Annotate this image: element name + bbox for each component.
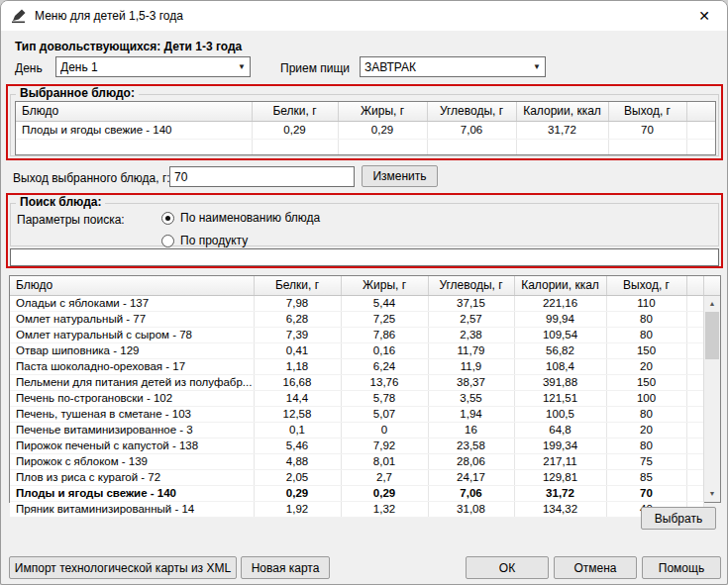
dish-value-cell[interactable]: 24,17 xyxy=(428,469,514,485)
dish-value-cell[interactable]: 7,98 xyxy=(254,295,341,311)
dish-value-cell[interactable] xyxy=(427,139,516,155)
radio-by-dish-name[interactable]: По наименованию блюда xyxy=(161,211,320,225)
dish-value-cell[interactable]: 64,8 xyxy=(514,422,606,438)
dish-value-cell[interactable]: 23,58 xyxy=(428,438,514,453)
dish-row[interactable]: Пирожок с яблоком - 1394,888,0128,06217,… xyxy=(10,453,703,469)
dish-value-cell[interactable]: 14,4 xyxy=(254,390,341,406)
dish-row[interactable]: Плоды и ягоды свежие - 1400,290,297,0631… xyxy=(16,121,715,139)
dish-value-cell[interactable]: 7,25 xyxy=(341,311,428,327)
dishes-table[interactable]: БлюдоБелки, гЖиры, гУглеводы, гКалории, … xyxy=(10,276,704,518)
help-button[interactable]: Помощь xyxy=(642,556,721,579)
dish-name-cell[interactable]: Пирожок с яблоком - 139 xyxy=(10,453,254,469)
dish-name-cell[interactable]: Оладьи с яблоками - 137 xyxy=(10,295,254,311)
dish-value-cell[interactable]: 2,05 xyxy=(254,469,341,485)
dish-name-cell[interactable]: Омлет натуральный с сыром - 78 xyxy=(10,327,254,342)
close-button[interactable]: ✕ xyxy=(687,3,721,29)
dish-value-cell[interactable]: 5,78 xyxy=(341,390,428,406)
dish-row[interactable]: Омлет натуральный с сыром - 787,397,862,… xyxy=(10,327,703,342)
dish-value-cell[interactable] xyxy=(686,374,703,390)
dish-value-cell[interactable] xyxy=(686,453,703,469)
column-header-filler[interactable] xyxy=(686,102,715,121)
dish-value-cell[interactable]: 80 xyxy=(606,327,686,342)
dish-value-cell[interactable]: 1,92 xyxy=(254,501,341,517)
dish-value-cell[interactable] xyxy=(686,311,703,327)
scrollbar-thumb[interactable] xyxy=(705,312,719,359)
dish-value-cell[interactable]: 8,01 xyxy=(341,453,428,469)
dish-value-cell[interactable]: 20 xyxy=(606,422,686,438)
new-card-button[interactable]: Новая карта xyxy=(241,556,330,579)
dish-name-cell[interactable]: Паста шоколадно-ореховая - 17 xyxy=(10,358,254,374)
dish-value-cell[interactable]: 0,29 xyxy=(254,485,341,501)
radio-by-product[interactable]: По продукту xyxy=(161,234,248,247)
dish-value-cell[interactable]: 11,79 xyxy=(428,342,514,358)
dish-value-cell[interactable]: 70 xyxy=(608,121,686,139)
dish-value-cell[interactable]: 31,08 xyxy=(428,501,514,517)
dish-value-cell[interactable]: 7,06 xyxy=(427,121,516,139)
dish-value-cell[interactable]: 4,88 xyxy=(254,453,341,469)
empty-row[interactable] xyxy=(16,139,715,155)
dish-value-cell[interactable]: 0,16 xyxy=(341,342,428,358)
dish-value-cell[interactable]: 5,44 xyxy=(341,295,428,311)
dish-value-cell[interactable]: 37,15 xyxy=(428,295,514,311)
dish-value-cell[interactable]: 56,82 xyxy=(514,342,606,358)
dish-name-cell[interactable]: Омлет натуральный - 77 xyxy=(10,311,254,327)
dish-value-cell[interactable]: 7,86 xyxy=(341,327,428,342)
dish-value-cell[interactable]: 7,39 xyxy=(254,327,341,342)
dish-name-cell[interactable]: Пельмени для питания детей из полуфабр..… xyxy=(10,374,254,390)
dish-value-cell[interactable]: 199,34 xyxy=(514,438,606,453)
dish-value-cell[interactable]: 20 xyxy=(606,358,686,374)
dish-value-cell[interactable]: 150 xyxy=(606,342,686,358)
dish-value-cell[interactable]: 2,38 xyxy=(428,327,514,342)
dish-row[interactable]: Пряник витаминизированный - 141,921,3231… xyxy=(10,501,703,517)
day-select[interactable]: День 1 ▼ xyxy=(55,56,251,77)
dish-value-cell[interactable]: 6,28 xyxy=(254,311,341,327)
dish-row[interactable]: Отвар шиповника - 1290,410,1611,7956,821… xyxy=(10,342,703,358)
column-header[interactable]: Жиры, г xyxy=(338,102,427,121)
dish-value-cell[interactable]: 12,58 xyxy=(254,406,341,422)
dish-value-cell[interactable]: 0,29 xyxy=(341,485,428,501)
dish-value-cell[interactable] xyxy=(686,485,703,501)
dish-value-cell[interactable]: 0,29 xyxy=(252,121,338,139)
dish-value-cell[interactable]: 80 xyxy=(606,438,686,453)
dish-value-cell[interactable]: 150 xyxy=(606,374,686,390)
dish-value-cell[interactable] xyxy=(686,469,703,485)
dish-row[interactable]: Печень, тушеная в сметане - 10312,585,07… xyxy=(10,406,703,422)
dish-value-cell[interactable]: 28,06 xyxy=(428,453,514,469)
dish-value-cell[interactable]: 2,57 xyxy=(428,311,514,327)
dish-value-cell[interactable]: 31,72 xyxy=(514,485,606,501)
dish-value-cell[interactable] xyxy=(686,438,703,453)
dish-value-cell[interactable]: 5,46 xyxy=(254,438,341,453)
dish-value-cell[interactable] xyxy=(338,139,427,155)
dish-value-cell[interactable]: 110 xyxy=(606,295,686,311)
dish-value-cell[interactable]: 108,4 xyxy=(514,358,606,374)
column-header[interactable]: Блюдо xyxy=(10,276,254,295)
column-header[interactable]: Калории, ккал xyxy=(516,102,608,121)
import-xml-button[interactable]: Импорт технологической карты из XML xyxy=(9,556,237,579)
dish-value-cell[interactable]: 1,32 xyxy=(341,501,428,517)
dish-value-cell[interactable]: 80 xyxy=(606,406,686,422)
dish-value-cell[interactable]: 6,24 xyxy=(341,358,428,374)
column-header[interactable]: Выход, г xyxy=(606,276,686,295)
dish-value-cell[interactable] xyxy=(686,327,703,342)
dish-value-cell[interactable]: 100,5 xyxy=(514,406,606,422)
dish-row[interactable]: Паста шоколадно-ореховая - 171,186,2411,… xyxy=(10,358,703,374)
dish-value-cell[interactable]: 99,94 xyxy=(514,311,606,327)
dish-value-cell[interactable]: 121,51 xyxy=(514,390,606,406)
column-header[interactable]: Углеводы, г xyxy=(427,102,516,121)
column-header[interactable]: Белки, г xyxy=(252,102,338,121)
dish-value-cell[interactable]: 16 xyxy=(428,422,514,438)
column-header-filler[interactable] xyxy=(686,276,703,295)
dish-value-cell[interactable] xyxy=(686,121,715,139)
dish-row[interactable]: Печень по-строгановски - 10214,45,783,55… xyxy=(10,390,703,406)
dish-name-cell[interactable]: Плов из риса с курагой - 72 xyxy=(10,469,254,485)
dish-value-cell[interactable]: 5,07 xyxy=(341,406,428,422)
dish-value-cell[interactable]: 75 xyxy=(606,453,686,469)
dish-value-cell[interactable] xyxy=(608,139,686,155)
dish-row[interactable]: Пирожок печеный с капустой - 1385,467,92… xyxy=(10,438,703,453)
dish-value-cell[interactable]: 85 xyxy=(606,469,686,485)
dish-name-cell[interactable]: Печень, тушеная в сметане - 103 xyxy=(10,406,254,422)
dish-name-cell[interactable]: Пирожок печеный с капустой - 138 xyxy=(10,438,254,453)
dish-name-cell[interactable]: Пряник витаминизированный - 14 xyxy=(10,501,254,517)
dish-value-cell[interactable]: 11,9 xyxy=(428,358,514,374)
dish-value-cell[interactable]: 31,72 xyxy=(516,121,608,139)
